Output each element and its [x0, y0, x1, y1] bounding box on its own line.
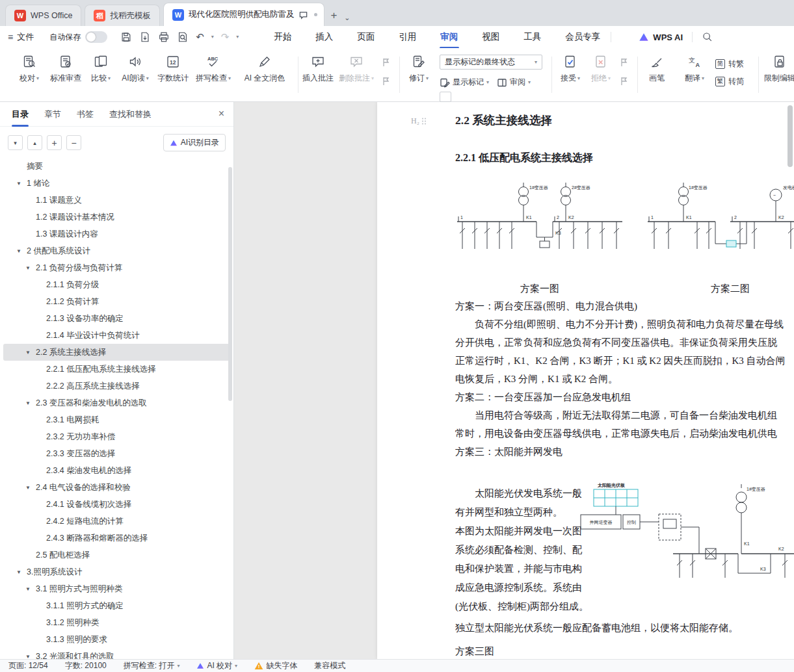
- ai-recognize-toc-button[interactable]: AI识别目录: [163, 134, 226, 151]
- ink-brush-button[interactable]: 画笔: [641, 55, 672, 84]
- page-indicator[interactable]: 页面: 12/54: [8, 660, 48, 671]
- print-icon[interactable]: [158, 31, 170, 43]
- toc-item[interactable]: 1.1 课题意义: [3, 192, 230, 209]
- toc-item[interactable]: ▼3.2 光源和灯具的选取: [3, 648, 230, 659]
- translate-button[interactable]: 文A 翻译▾: [679, 55, 710, 84]
- spell-check-button[interactable]: ABC 拼写检查▾: [194, 55, 233, 84]
- body-line[interactable]: 独立型太阳能光伏系统一般应配备蓄电池组，以便将太阳能存储。: [455, 622, 738, 634]
- toc-item[interactable]: 1.2 课题设计基本情况: [3, 209, 230, 226]
- sidebar-close-icon[interactable]: ×: [218, 108, 224, 120]
- sidebar-tab-toc[interactable]: 目录: [12, 102, 29, 127]
- spell-check-status[interactable]: 拼写检查: 打开▾: [124, 660, 180, 671]
- sidebar-tab-chapters[interactable]: 章节: [44, 102, 61, 127]
- wrapped-paragraph[interactable]: 太阳能光伏发电系统一般 有并网型和独立型两种。 本图为太阳能并网发电一次图 系统…: [455, 484, 589, 616]
- compare-button[interactable]: 比较▾: [86, 55, 116, 84]
- toc-item[interactable]: 2.2.2 高压系统主接线选择: [3, 378, 230, 394]
- toc-item[interactable]: ▼1 绪论: [3, 175, 230, 192]
- wps-ai-button[interactable]: WPS AI: [639, 32, 683, 42]
- sidebar-scrollbar[interactable]: [228, 167, 232, 401]
- collapse-triangle-icon[interactable]: ▼: [16, 181, 27, 187]
- undo-icon[interactable]: ↶: [196, 31, 204, 43]
- word-count-indicator[interactable]: 字数: 20100: [65, 660, 107, 671]
- show-markup-button[interactable]: 显示标记▾: [440, 77, 489, 88]
- comment-bubble-icon[interactable]: [298, 10, 308, 19]
- menu-tab-home[interactable]: 开始: [272, 25, 293, 49]
- toc-collapse-up-button[interactable]: ▴: [27, 135, 42, 150]
- tab-list-chevron-icon[interactable]: ⌄: [344, 14, 350, 22]
- toc-item[interactable]: ▼2.3 变压器和柴油发电机的选取: [3, 394, 230, 411]
- hide-whitespace-widget[interactable]: [440, 92, 451, 102]
- toc-item[interactable]: ▼2.1 负荷分级与负荷计算: [3, 259, 230, 276]
- collapse-triangle-icon[interactable]: ▼: [25, 265, 36, 271]
- tab-document[interactable]: W 现代化医院照明供配电防雷及: [163, 3, 325, 26]
- toc-item[interactable]: 2.1.4 毕业设计中负荷统计: [3, 327, 230, 344]
- toc-item[interactable]: 2.3.1 电网损耗: [3, 411, 230, 428]
- proofread-button[interactable]: 校对▾: [13, 55, 46, 84]
- collapse-triangle-icon[interactable]: ▼: [25, 400, 36, 406]
- accept-revision-button[interactable]: 接受▾: [555, 55, 585, 84]
- ai-read-button[interactable]: AI朗读▾: [118, 55, 153, 84]
- toc-item[interactable]: 摘要: [3, 158, 230, 175]
- tab-wps-office[interactable]: W WPS Office: [5, 5, 81, 26]
- undo-chevron-icon[interactable]: ▾: [211, 34, 214, 40]
- insert-comment-button[interactable]: 插入批注: [300, 55, 336, 84]
- toc-item[interactable]: ▼3.1 照明方式与照明种类: [3, 580, 230, 597]
- body-paragraphs[interactable]: 方案一：两台变压器(照明、电力混合供电) 负荷不分组(即照明、电力不分开计费)，…: [455, 297, 786, 461]
- toc-item[interactable]: 1.3 课题设计内容: [3, 226, 230, 242]
- toc-item[interactable]: 2.3.4 柴油发电机的选择: [3, 462, 230, 479]
- menu-tab-reference[interactable]: 引用: [397, 25, 417, 49]
- markup-state-select[interactable]: 显示标记的最终状态 ▾: [440, 55, 542, 70]
- tab-docer-templates[interactable]: 稻 找稻壳模板: [85, 5, 160, 26]
- menu-tab-review[interactable]: 审阅: [439, 25, 459, 49]
- plan3-caption[interactable]: 方案三图: [455, 645, 494, 658]
- compatibility-mode-indicator[interactable]: 兼容模式: [314, 660, 345, 671]
- toc-item[interactable]: 3.1.3 照明的要求: [3, 631, 230, 648]
- toc-expand-down-button[interactable]: ▾: [8, 135, 23, 150]
- collapse-triangle-icon[interactable]: ▼: [25, 654, 36, 660]
- toc-item[interactable]: 2.4.2 短路电流的计算: [3, 513, 230, 530]
- collapse-triangle-icon[interactable]: ▼: [16, 569, 27, 575]
- toc-item[interactable]: 2.2.1 低压配电系统主接线选择: [3, 361, 230, 378]
- revision-button[interactable]: 修订▾: [404, 55, 433, 84]
- menu-tab-insert[interactable]: 插入: [314, 25, 334, 49]
- toc-item[interactable]: 2.4.3 断路器和熔断器的选择: [3, 530, 230, 547]
- toc-item[interactable]: 2.4.1 设备线缆初次选择: [3, 496, 230, 513]
- toc-item[interactable]: 2.1.3 设备功率的确定: [3, 310, 230, 327]
- word-count-button[interactable]: 12 字数统计: [155, 55, 191, 84]
- save-icon[interactable]: [120, 31, 132, 43]
- standard-review-button[interactable]: 标准审查: [46, 55, 86, 84]
- toc-expand-all-button[interactable]: +: [47, 135, 62, 150]
- autosave-toggle[interactable]: [85, 31, 107, 43]
- toc-item-selected[interactable]: ▼2.2 系统主接线选择: [3, 344, 230, 361]
- restrict-edit-button[interactable]: 限制编辑: [762, 55, 794, 84]
- file-menu-button[interactable]: ≡ 文件: [8, 31, 34, 43]
- collapse-triangle-icon[interactable]: ▼: [25, 586, 36, 592]
- sidebar-tab-find-replace[interactable]: 查找和替换: [109, 102, 152, 127]
- toc-item[interactable]: 3.1.1 照明方式的确定: [3, 597, 230, 614]
- menu-tab-tools[interactable]: 工具: [522, 25, 542, 49]
- collapse-triangle-icon[interactable]: ▼: [16, 248, 27, 254]
- toc-item[interactable]: ▼3.照明系统设计: [3, 563, 230, 580]
- toc-item[interactable]: 3.1.2 照明种类: [3, 614, 230, 631]
- print-preview-icon[interactable]: [177, 31, 189, 43]
- search-icon[interactable]: [702, 31, 713, 43]
- document-page[interactable]: H₂ 2.2 系统主接线选择 2.2.1 低压配电系统主接线选择: [377, 102, 794, 659]
- toc-item[interactable]: 2.3.3 变压器的选择: [3, 445, 230, 462]
- ai-proofread-status[interactable]: AI 校对▾: [196, 660, 237, 671]
- drag-handle-icon[interactable]: [421, 117, 427, 125]
- new-tab-button[interactable]: +: [330, 9, 337, 22]
- review-pane-button[interactable]: 审阅▾: [497, 77, 531, 88]
- toc-item[interactable]: ▼2 供配电系统设计: [3, 242, 230, 259]
- sidebar-tab-bookmarks[interactable]: 书签: [77, 102, 94, 127]
- traditional-to-simplified-button[interactable]: 繁 转简: [715, 76, 744, 87]
- ai-polish-button[interactable]: AI 全文润色: [235, 55, 294, 84]
- collapse-triangle-icon[interactable]: ▼: [25, 485, 36, 491]
- toc-item[interactable]: 2.1.1 负荷分级: [3, 276, 230, 293]
- toc-collapse-all-button[interactable]: −: [66, 135, 81, 150]
- toc-item[interactable]: 2.5 配电柜选择: [3, 547, 230, 563]
- export-pdf-icon[interactable]: [139, 31, 151, 43]
- toc-item[interactable]: 2.1.2 负荷计算: [3, 293, 230, 310]
- toc-item[interactable]: 2.3.2 无功功率补偿: [3, 428, 230, 445]
- menu-tab-page[interactable]: 页面: [356, 25, 376, 49]
- menu-tab-view[interactable]: 视图: [481, 25, 501, 49]
